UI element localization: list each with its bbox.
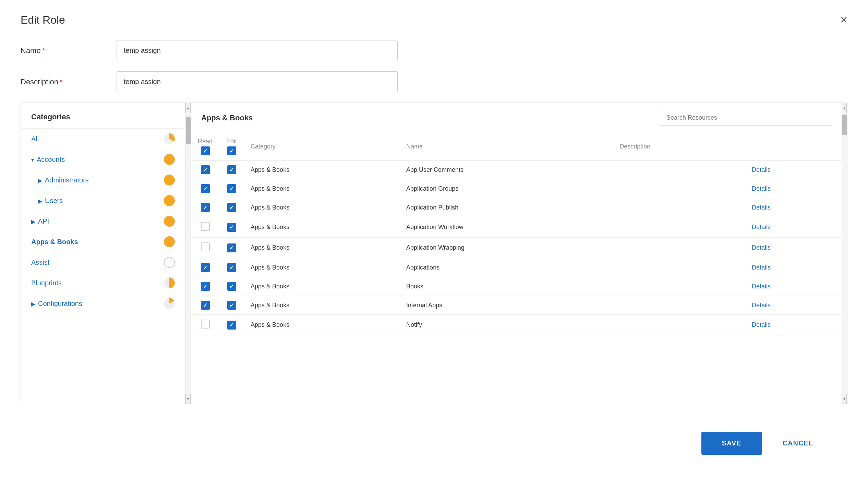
scroll-down-arrow[interactable]: ▼ (185, 394, 191, 404)
row-category-cell: Apps & Books (244, 296, 399, 315)
search-resources-input[interactable] (660, 110, 831, 126)
resources-scroll-down[interactable]: ▼ (842, 394, 847, 404)
header-edit-checkbox[interactable] (227, 147, 236, 155)
chevron-users: ▶ (38, 198, 42, 204)
table-row: Apps & Books Application Workflow Detail… (191, 217, 842, 238)
row-category-cell: Apps & Books (244, 198, 399, 217)
read-checkbox-8[interactable] (201, 301, 210, 310)
details-link-3[interactable]: Details (752, 204, 771, 211)
details-link-2[interactable]: Details (752, 185, 771, 192)
details-link-9[interactable]: Details (752, 321, 771, 328)
resources-scroll-thumb[interactable] (842, 115, 847, 135)
description-row: Description* (21, 71, 847, 92)
category-indicator-apps-books (164, 236, 175, 247)
resources-panel: Apps & Books Read (191, 103, 842, 404)
read-checkbox-3[interactable] (201, 203, 210, 212)
table-row: Apps & Books Application Publish Details (191, 198, 842, 217)
read-checkbox-2[interactable] (201, 184, 210, 193)
row-name-cell: Books (399, 277, 612, 296)
category-label-accounts: ▾Accounts (31, 156, 65, 163)
details-link-8[interactable]: Details (752, 302, 771, 309)
details-link-6[interactable]: Details (752, 264, 771, 271)
row-description-cell (612, 277, 745, 296)
name-row: Name* (21, 40, 847, 61)
edit-checkbox-4[interactable] (227, 223, 236, 232)
row-category-cell: Apps & Books (244, 258, 399, 277)
resources-header: Apps & Books (191, 103, 842, 133)
category-item-assist[interactable]: Assist (21, 252, 185, 273)
edit-checkbox-5[interactable] (227, 244, 236, 252)
details-link-7[interactable]: Details (752, 283, 771, 290)
header-description: Description (612, 133, 745, 160)
description-input[interactable] (117, 71, 398, 92)
scroll-thumb[interactable] (186, 117, 191, 144)
resources-scroll-up[interactable]: ▲ (842, 103, 847, 113)
row-category-cell: Apps & Books (244, 179, 399, 198)
table-row: Apps & Books Notify Details (191, 315, 842, 335)
category-label-api: ▶API (31, 217, 49, 225)
category-item-administrators[interactable]: ▶Administrators (21, 170, 185, 190)
resources-table-container: Read Edit Categor (191, 133, 842, 404)
row-name-cell: App User Comments (399, 160, 612, 179)
header-read: Read (191, 133, 219, 160)
edit-role-modal: Edit Role × Name* Description* Categorie… (0, 0, 868, 501)
category-indicator-administrators (164, 174, 175, 185)
scroll-up-arrow[interactable]: ▲ (185, 103, 191, 113)
table-row: Apps & Books Internal Apps Details (191, 296, 842, 315)
read-checkbox-7[interactable] (201, 282, 210, 291)
category-indicator-users (164, 195, 175, 206)
row-category-cell: Apps & Books (244, 160, 399, 179)
category-item-api[interactable]: ▶API (21, 211, 185, 232)
chevron-accounts: ▾ (31, 157, 34, 163)
category-indicator-assist (164, 257, 175, 268)
cancel-button[interactable]: CANCEL (769, 432, 827, 455)
header-read-checkbox[interactable] (201, 147, 210, 155)
category-indicator-configurations (164, 298, 175, 309)
row-name-cell: Application Workflow (399, 217, 612, 238)
row-name-cell: Internal Apps (399, 296, 612, 315)
resources-table: Read Edit Categor (191, 133, 842, 335)
resources-scroll-track: ▲ ▼ (842, 103, 847, 404)
category-label-configurations: ▶Configurations (31, 300, 82, 308)
edit-checkbox-7[interactable] (227, 282, 236, 291)
table-row: Apps & Books App User Comments Details (191, 160, 842, 179)
chevron-api: ▶ (31, 219, 35, 225)
close-button[interactable]: × (840, 14, 847, 26)
name-label: Name* (21, 46, 117, 55)
edit-checkbox-2[interactable] (227, 184, 236, 193)
category-item-apps-books[interactable]: Apps & Books (21, 232, 185, 252)
edit-checkbox-1[interactable] (227, 165, 236, 174)
category-item-all[interactable]: All (21, 129, 185, 149)
edit-checkbox-8[interactable] (227, 301, 236, 310)
edit-checkbox-3[interactable] (227, 203, 236, 212)
categories-scroll-track: ▲ ▼ (185, 103, 191, 404)
row-description-cell (612, 198, 745, 217)
category-item-accounts[interactable]: ▾Accounts (21, 149, 185, 170)
read-checkbox-4[interactable] (201, 222, 210, 231)
read-checkbox-9[interactable] (201, 320, 210, 329)
row-description-cell (612, 315, 745, 335)
category-item-blueprints[interactable]: Blueprints (21, 273, 185, 293)
edit-checkbox-6[interactable] (227, 263, 236, 272)
chevron-administrators: ▶ (38, 178, 42, 183)
row-name-cell: Notify (399, 315, 612, 335)
read-checkbox-5[interactable] (201, 243, 210, 251)
footer: SAVE CANCEL (21, 418, 847, 468)
read-checkbox-1[interactable] (201, 165, 210, 174)
modal-title: Edit Role (21, 14, 65, 26)
category-item-configurations[interactable]: ▶Configurations (21, 293, 185, 314)
read-checkbox-6[interactable] (201, 263, 210, 272)
row-description-cell (612, 258, 745, 277)
details-link-4[interactable]: Details (752, 224, 771, 231)
details-link-1[interactable]: Details (752, 166, 771, 173)
row-name-cell: Applications (399, 258, 612, 277)
categories-header: Categories (21, 103, 185, 129)
row-description-cell (612, 160, 745, 179)
row-category-cell: Apps & Books (244, 277, 399, 296)
name-input[interactable] (117, 40, 398, 61)
edit-checkbox-9[interactable] (227, 321, 236, 330)
save-button[interactable]: SAVE (702, 432, 762, 455)
category-item-users[interactable]: ▶Users (21, 190, 185, 211)
main-content: Categories All ▾Accounts ▶Administrat (21, 103, 847, 404)
details-link-5[interactable]: Details (752, 244, 771, 251)
